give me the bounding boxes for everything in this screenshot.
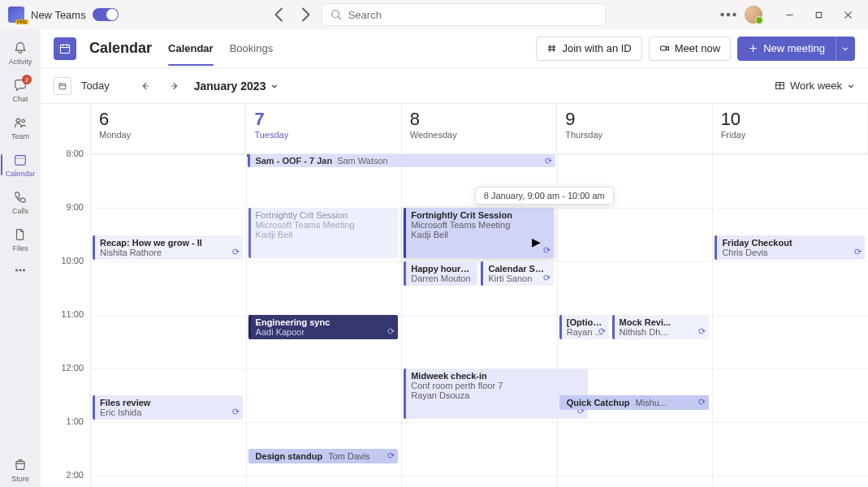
calendar-app-icon — [54, 37, 76, 60]
search-icon — [330, 9, 342, 20]
more-options-button[interactable] — [719, 5, 738, 24]
phone-icon — [12, 189, 28, 205]
day-headers: 6Monday 7Tuesday 8Wednesday 9Thursday 10… — [91, 104, 868, 154]
next-week-button[interactable] — [165, 76, 184, 96]
svg-point-3 — [733, 14, 735, 15]
day-header[interactable]: 9Thursday — [557, 104, 712, 153]
rail-label: Calendar — [6, 170, 36, 178]
svg-point-6 — [22, 119, 25, 123]
newmeeting-label: New meeting — [763, 42, 825, 54]
grid-body[interactable]: Recap: How we grow - II Nishita Rathore … — [91, 154, 868, 487]
more-icon — [12, 262, 28, 278]
tab-calendar[interactable]: Calendar — [168, 31, 214, 66]
chat-badge: 2 — [22, 75, 32, 84]
new-teams-toggle[interactable] — [93, 8, 119, 21]
day-column-thu[interactable]: [Optional]... Rayan ... ⟳ Mock Revi... N… — [558, 154, 714, 487]
recurring-icon: ⟳ — [854, 247, 862, 257]
nav-back-button[interactable] — [270, 5, 289, 24]
teams-logo-icon — [8, 6, 24, 23]
today-button[interactable]: Today — [81, 80, 110, 92]
new-meeting-dropdown[interactable] — [836, 37, 855, 61]
join-with-id-button[interactable]: Join with an ID — [536, 37, 641, 61]
maximize-button[interactable] — [806, 2, 831, 27]
rail-chat[interactable]: Chat 2 — [1, 73, 40, 107]
calendar-grid: 8:00 9:00 10:00 11:00 12:00 1:00 2:00 6M… — [41, 104, 868, 487]
join-label: Join with an ID — [562, 42, 631, 54]
hash-icon — [546, 43, 557, 54]
rail-calendar[interactable]: Calendar — [1, 148, 40, 182]
svg-rect-13 — [660, 46, 666, 50]
grid-icon — [775, 80, 785, 91]
today-icon-button[interactable] — [54, 77, 71, 95]
recurring-icon: ⟳ — [232, 407, 240, 417]
time-label: 12:00 — [41, 363, 90, 416]
meetnow-label: Meet now — [675, 42, 720, 54]
svg-rect-4 — [816, 12, 821, 17]
rail-files[interactable]: Files — [1, 222, 40, 256]
event-selected[interactable]: Fortnightly Crit Session Microsoft Teams… — [404, 208, 554, 258]
chevron-down-icon — [270, 82, 279, 90]
day-column-fri[interactable]: Friday Checkout Chris Devis ⟳ — [713, 154, 868, 487]
svg-point-5 — [16, 119, 20, 123]
tab-bookings[interactable]: Bookings — [230, 31, 273, 66]
avatar[interactable] — [745, 6, 762, 24]
event[interactable]: Calendar Sync Kirti Sanon ⟳ — [481, 261, 553, 286]
event[interactable]: Mock Revi... Nithish Dh... ⟳ — [612, 315, 710, 339]
day-header[interactable]: 8Wednesday — [402, 104, 557, 153]
rail-team[interactable]: Team — [1, 110, 40, 144]
rail-more[interactable] — [1, 260, 40, 281]
rail-label: Activity — [9, 58, 32, 66]
rail-store[interactable]: Store — [1, 453, 40, 487]
day-column-tue[interactable]: Fortnightly Crit Session Microsoft Teams… — [247, 154, 403, 487]
recurring-icon: ⟳ — [698, 397, 706, 407]
rail-calls[interactable]: Calls — [1, 185, 40, 219]
event[interactable]: Fortnightly Crit Session Microsoft Teams… — [248, 208, 399, 258]
recurring-icon: ⟳ — [598, 326, 606, 337]
event[interactable]: Friday Checkout Chris Devis ⟳ — [715, 235, 865, 260]
svg-rect-8 — [15, 156, 26, 159]
month-picker[interactable]: January 2023 — [194, 80, 279, 93]
day-header[interactable]: 10Friday — [713, 104, 868, 153]
recurring-icon: ⟳ — [698, 326, 706, 337]
page-title: Calendar — [89, 40, 152, 57]
new-teams-label: New Teams — [31, 9, 86, 21]
new-meeting-button[interactable]: New meeting — [737, 37, 836, 61]
recurring-icon: ⟳ — [387, 326, 395, 337]
event[interactable]: Engineering sync Aadi Kapoor ⟳ — [248, 315, 399, 339]
plus-icon — [748, 43, 758, 54]
recurring-icon: ⟳ — [232, 247, 240, 257]
nav-forward-button[interactable] — [296, 5, 315, 24]
search-input[interactable] — [322, 3, 606, 26]
rail-label: Store — [11, 475, 29, 483]
day-column-mon[interactable]: Recap: How we grow - II Nishita Rathore … — [91, 154, 247, 487]
rail-label: Chat — [12, 95, 28, 103]
time-label: 2:00 — [41, 470, 90, 487]
day-column-wed[interactable]: Fortnightly Crit Session Microsoft Teams… — [402, 154, 558, 487]
event[interactable]: Quick Catchup Mishu... ⟳ — [559, 395, 710, 410]
titlebar: New Teams — [0, 0, 868, 29]
rail-label: Files — [12, 244, 28, 252]
time-label: 1:00 — [41, 416, 90, 470]
day-header[interactable]: 6Monday — [91, 104, 246, 153]
rail-activity[interactable]: Activity — [1, 36, 40, 70]
view-picker[interactable]: Work week — [775, 80, 855, 92]
calendar-toolbar: Today January 2023 Work week — [41, 68, 868, 104]
search-field[interactable] — [348, 9, 597, 21]
event[interactable]: Design standup Tom Davis ⟳ — [248, 449, 399, 463]
day-header[interactable]: 7Tuesday — [246, 104, 401, 153]
recurring-icon: ⟳ — [387, 450, 395, 461]
event[interactable]: Recap: How we grow - II Nishita Rathore … — [93, 235, 243, 260]
header-tabs: Calendar Bookings — [168, 31, 273, 66]
svg-point-0 — [331, 11, 339, 18]
meet-now-button[interactable]: Meet now — [649, 37, 731, 61]
chevron-down-icon — [847, 82, 855, 90]
event[interactable]: [Optional]... Rayan ... ⟳ — [559, 315, 609, 339]
minimize-button[interactable] — [777, 2, 801, 27]
event[interactable]: Files review Eric Ishida ⟳ — [93, 395, 243, 420]
event[interactable]: Happy hours - on call Darren Mouton — [404, 261, 477, 286]
bell-icon — [12, 40, 28, 56]
recurring-icon: ⟳ — [543, 245, 551, 256]
prev-week-button[interactable] — [136, 76, 155, 96]
time-label: 8:00 — [41, 149, 90, 202]
close-button[interactable] — [836, 2, 860, 27]
